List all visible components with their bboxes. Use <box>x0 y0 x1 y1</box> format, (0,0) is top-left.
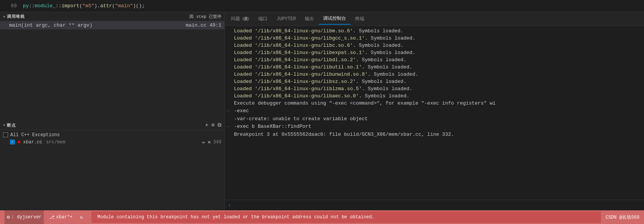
bp-edit-icon[interactable]: ✏ <box>202 140 205 145</box>
console-line: Loaded '/lib/x86_64-linux-gnu/libunwind.… <box>225 71 644 78</box>
tab-output-label: 输出 <box>305 16 314 22</box>
console-line: Loaded '/lib/x86_64-linux-gnu/libgcc_s.s… <box>225 35 644 42</box>
bp-header-left: ▾ 断点 <box>3 122 16 128</box>
console-text: Loaded '/lib/x86_64-linux-gnu/liblzma.so… <box>234 85 365 92</box>
bp-filepath: src/mem <box>46 140 65 145</box>
code-area: 69 py::module_::import("m5").attr("main"… <box>0 0 644 12</box>
console-text: Loaded '/lib/x86_64-linux-gnu/libunwind.… <box>234 71 371 78</box>
status-message: Module containing this breakpoint has no… <box>91 211 601 223</box>
console-line: Loaded '/lib/x86_64-linux-gnu/libexpat.s… <box>225 49 644 56</box>
console-arrow-line2: → -exec b BaseXBar::findPort <box>225 122 644 131</box>
console-output[interactable]: Loaded '/lib/x86_64-linux-gnu/libm.so.6'… <box>225 26 644 200</box>
console-line: Loaded '/lib/x86_64-linux-gnu/libc.so.6'… <box>225 42 644 49</box>
stack-frame-file: main.cc <box>186 22 207 28</box>
stack-frame-name: main(int argc, char ** argv) <box>9 22 92 28</box>
console-input-line[interactable]: › <box>225 200 644 210</box>
console-text: Loaded '/lib/x86_64-linux-gnu/libsz.so.2… <box>234 78 359 85</box>
code-content: py::module_::import("m5").attr("main")()… <box>23 3 145 9</box>
console-text-symbols: Symbols loaded. <box>368 35 415 42</box>
bp-dot-icon: ● <box>17 139 21 145</box>
console-input[interactable] <box>234 202 641 208</box>
line-number: 69 <box>0 3 23 9</box>
bp-list: All C++ Exceptions ● xbar.cc src/mem ✏ ✕… <box>0 130 224 148</box>
console-line: Loaded '/lib/x86_64-linux-gnu/libm.so.6'… <box>225 27 644 35</box>
console-input-arrow-icon: › <box>228 202 231 208</box>
bp-file-actions: ✏ ✕ 349 <box>202 140 221 145</box>
status-left: ⚙ : dyjserver ⎇ xbar*+ ↻ <box>5 210 85 224</box>
console-line: Loaded '/lib/x86_64-linux-gnu/libutil.so… <box>225 64 644 71</box>
tab-terminal-label: 端口 <box>258 16 268 22</box>
call-stack-header[interactable]: ▾ 调用堆栈 因 step 已暂停 <box>0 12 224 21</box>
console-text-symbols: Symbols loaded. <box>365 64 412 71</box>
console-text: Loaded '/lib/x86_64-linux-gnu/libdl.so.2… <box>234 56 359 64</box>
status-server[interactable]: ⚙ : dyjserver <box>5 210 44 224</box>
console-text: Loaded '/lib/x86_64-linux-gnu/libc.so.6'… <box>234 42 356 49</box>
bp-add-icon[interactable]: + <box>205 122 208 128</box>
main-layout: ▾ 调用堆栈 因 step 已暂停 main(int argc, char **… <box>0 12 644 210</box>
bp-chevron-icon: ▾ <box>3 123 5 127</box>
status-server-label: : dyjserver <box>11 214 42 220</box>
console-text: Loaded '/lib/x86_64-linux-gnu/libutil.so… <box>234 64 365 71</box>
console-text: Loaded '/lib/x86_64-linux-gnu/libm.so.6'… <box>234 27 356 35</box>
console-line: Loaded '/lib/x86_64-linux-gnu/libsz.so.2… <box>225 78 644 85</box>
bp-exceptions-checkbox[interactable] <box>3 132 8 137</box>
left-panel: ▾ 调用堆栈 因 step 已暂停 main(int argc, char **… <box>0 12 225 210</box>
call-stack-header-left: ▾ 调用堆栈 <box>3 14 24 19</box>
call-stack-title: 调用堆栈 <box>7 14 24 19</box>
console-text-execute: Execute debugger commands using "-exec <… <box>234 100 496 107</box>
bp-toggle-icon[interactable]: ⊙ <box>211 122 215 128</box>
stack-frame-item[interactable]: main(int argc, char ** argv) main.cc 49:… <box>0 21 224 30</box>
console-line: Loaded '/lib/x86_64-linux-gnu/libaec.so.… <box>225 92 644 100</box>
bp-file-item[interactable]: ● xbar.cc src/mem ✏ ✕ 349 <box>0 138 224 146</box>
console-var-create: -var-create: unable to create variable o… <box>225 115 644 122</box>
bp-filename: xbar.cc <box>23 140 42 145</box>
tab-jupyter[interactable]: JUPYTER <box>272 14 300 24</box>
console-text-symbols: Symbols loaded. <box>368 49 415 56</box>
tab-issues-badge: 3 <box>242 17 249 21</box>
status-git[interactable]: ⎇ xbar*+ <box>47 210 75 224</box>
console-text: Loaded '/lib/x86_64-linux-gnu/libgcc_s.s… <box>234 35 368 42</box>
bp-all-exceptions[interactable]: All C++ Exceptions <box>0 132 224 138</box>
arrow-icon2: → <box>226 123 234 130</box>
console-breakpoint: Breakpoint 3 at 0x5555562daac0: file bui… <box>225 131 644 138</box>
console-line-execute: Execute debugger commands using "-exec <… <box>225 100 644 107</box>
debug-icon: ⚙ <box>7 214 10 220</box>
breakpoints-header[interactable]: ▾ 断点 + ⊙ ⧉ <box>0 121 224 130</box>
tab-debug[interactable]: 调试控制台 <box>319 13 351 25</box>
tab-output[interactable]: 输出 <box>300 13 319 24</box>
status-git-label: xbar*+ <box>56 214 72 220</box>
console-arrow-line: → -exec <box>225 107 644 115</box>
tab-term[interactable]: 终端 <box>351 13 369 24</box>
console-text-symbols: Symbols loaded. <box>359 56 407 64</box>
bp-remove-icon[interactable]: ✕ <box>208 140 211 145</box>
console-text-bp: Breakpoint 3 at 0x5555562daac0: file bui… <box>234 131 454 138</box>
console-text-symbols: Symbols loaded. <box>371 71 418 78</box>
console-text-symbols: Symbols loaded. <box>362 92 409 100</box>
console-line: Loaded '/lib/x86_64-linux-gnu/libdl.so.2… <box>225 56 644 64</box>
console-text-symbols: Symbols loaded. <box>356 27 404 35</box>
console-text-symbols: Symbols loaded. <box>365 85 412 92</box>
console-text-symbols: Symbols loaded. <box>356 42 404 49</box>
bp-clear-icon[interactable]: ⧉ <box>218 122 221 128</box>
console-exec-cmd: -exec <box>234 107 249 115</box>
bp-file-checkbox[interactable] <box>10 140 15 145</box>
tab-issues-label: 问题 <box>231 16 240 22</box>
arrow-icon: → <box>226 107 234 115</box>
status-extra[interactable]: ↻ <box>78 210 85 224</box>
tab-issues[interactable]: 问题 3 <box>226 13 254 24</box>
status-bar: ⚙ : dyjserver ⎇ xbar*+ ↻ Module containi… <box>0 210 644 224</box>
git-branch-icon: ⎇ <box>49 214 54 220</box>
callstack-chevron-icon: ▾ <box>3 14 5 19</box>
console-text: Loaded '/lib/x86_64-linux-gnu/libexpat.s… <box>234 49 368 56</box>
tab-terminal[interactable]: 端口 <box>254 13 272 24</box>
console-text-symbols: Symbols loaded. <box>359 78 407 85</box>
tab-debug-label: 调试控制台 <box>323 15 346 22</box>
bp-exceptions-label: All C++ Exceptions <box>10 132 60 138</box>
tab-jupyter-label: JUPYTER <box>277 16 296 22</box>
stack-frame-location: main.cc 49:1 <box>186 22 221 28</box>
console-exec-cmd2: -exec b BaseXBar::findPort <box>234 123 311 130</box>
stack-frame-line: 49:1 <box>210 22 221 28</box>
call-stack-status: 因 step 已暂停 <box>189 14 221 19</box>
console-line: Loaded '/lib/x86_64-linux-gnu/liblzma.so… <box>225 85 644 92</box>
tabs-bar: 问题 3 端口 JUPYTER 输出 调试控制台 终端 <box>225 12 644 26</box>
